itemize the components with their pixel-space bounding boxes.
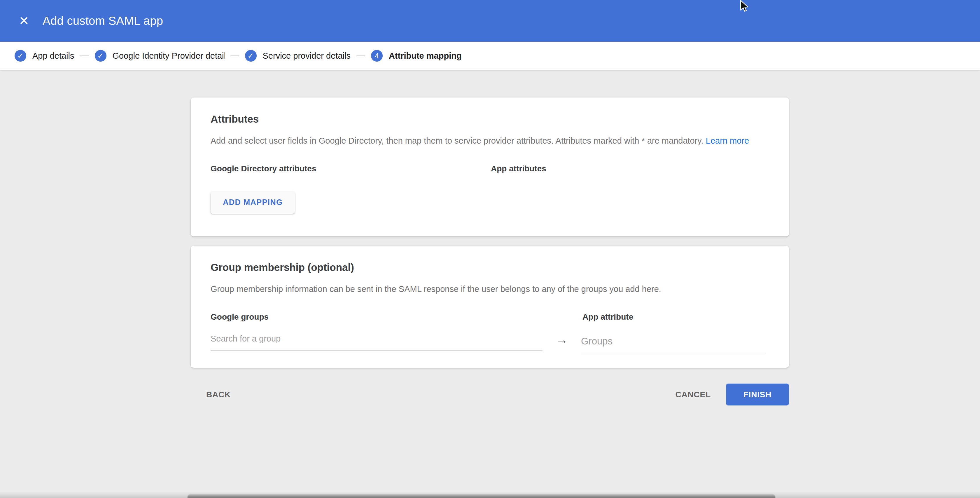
app-attribute-header: App attribute [582, 312, 633, 322]
bottom-shadow [0, 492, 980, 498]
page-title: Add custom SAML app [43, 14, 163, 27]
step-2-check-circle: ✓ [95, 50, 107, 62]
step-google-idp-details[interactable]: ✓ Google Identity Provider details [95, 50, 224, 62]
step-3-check-circle: ✓ [245, 50, 257, 62]
attributes-card-description: Add and select user fields in Google Dir… [211, 136, 769, 147]
step-3-label: Service provider details [263, 51, 351, 61]
step-2-label: Google Identity Provider details [113, 51, 224, 61]
group-mapping-row: → [211, 330, 769, 353]
group-search-field [211, 330, 542, 351]
background-window-edge [188, 494, 775, 498]
step-connector [356, 56, 365, 56]
step-connector [231, 56, 239, 56]
stepper: ✓ App details ✓ Google Identity Provider… [0, 42, 980, 70]
step-4-number: 4 [375, 52, 379, 59]
attributes-description-text: Add and select user fields in Google Dir… [211, 136, 703, 145]
close-glyph: ✕ [19, 15, 29, 27]
group-card-description: Group membership information can be sent… [211, 284, 769, 295]
back-button[interactable]: BACK [198, 385, 239, 405]
step-connector [80, 56, 89, 56]
footer-actions: BACK CANCEL FINISH [191, 383, 789, 405]
step-attribute-mapping[interactable]: 4 Attribute mapping [371, 50, 462, 62]
app-attribute-field [581, 332, 766, 353]
mapping-arrow-icon: → [542, 330, 581, 347]
check-icon: ✓ [248, 52, 254, 59]
google-groups-header: Google groups [211, 312, 582, 322]
attributes-card-title: Attributes [211, 113, 769, 125]
check-icon: ✓ [97, 52, 104, 59]
app-attribute-input[interactable] [581, 332, 766, 353]
google-directory-attributes-header: Google Directory attributes [211, 164, 491, 173]
dialog-header: ✕ Add custom SAML app [0, 0, 980, 42]
add-mapping-button[interactable]: ADD MAPPING [211, 192, 295, 214]
app-attributes-header: App attributes [491, 164, 546, 173]
step-4-number-circle: 4 [371, 50, 383, 62]
group-column-headers: Google groups App attribute [211, 312, 769, 322]
step-4-label: Attribute mapping [389, 51, 462, 61]
step-1-label: App details [32, 51, 75, 61]
close-icon[interactable]: ✕ [14, 12, 33, 30]
group-membership-card: Group membership (optional) Group member… [191, 246, 789, 368]
group-card-title: Group membership (optional) [211, 262, 769, 273]
learn-more-link[interactable]: Learn more [706, 136, 749, 145]
attributes-card: Attributes Add and select user fields in… [191, 97, 789, 236]
step-app-details[interactable]: ✓ App details [14, 50, 75, 62]
step-service-provider-details[interactable]: ✓ Service provider details [245, 50, 351, 62]
group-search-input[interactable] [211, 330, 542, 351]
finish-button[interactable]: FINISH [726, 383, 789, 405]
attributes-column-headers: Google Directory attributes App attribut… [211, 164, 769, 173]
check-icon: ✓ [17, 52, 24, 59]
cancel-button[interactable]: CANCEL [667, 385, 719, 405]
step-1-check-circle: ✓ [14, 50, 26, 62]
